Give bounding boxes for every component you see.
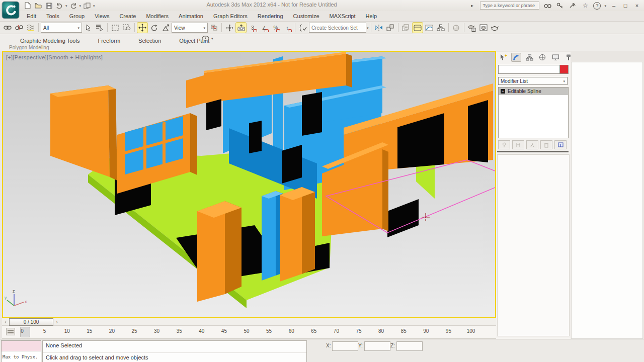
select-and-manipulate-button[interactable] <box>224 22 235 33</box>
reference-coordinate-system-dropdown[interactable]: View▾ <box>172 23 208 33</box>
bind-to-space-warp-button[interactable] <box>25 22 36 33</box>
infocenter-arrow-icon[interactable]: ▸ <box>467 2 476 10</box>
perspective-viewport[interactable]: z y x [+][Perspective][Smooth + Highligh… <box>2 51 496 318</box>
select-by-name-button[interactable] <box>94 22 105 33</box>
ribbon-tab-selection[interactable]: Selection <box>131 36 168 45</box>
maximize-button[interactable]: □ <box>621 2 629 10</box>
maxscript-mini-listener[interactable]: Max to Physx. <box>1 340 41 362</box>
ribbon-tab-graphite-modeling-tools[interactable]: Graphite Modeling Tools <box>13 36 87 45</box>
select-and-link-button[interactable] <box>2 22 13 33</box>
ribbon-tab-freeform[interactable]: Freeform <box>91 36 127 45</box>
remove-modifier-button[interactable] <box>540 140 552 149</box>
next-frame-arrow[interactable]: › <box>53 319 60 325</box>
search-button[interactable] <box>543 2 552 10</box>
angle-snap-toggle[interactable]: ∠ <box>259 22 270 33</box>
align-button[interactable] <box>385 22 396 33</box>
menu-animation[interactable]: Animation <box>174 12 208 20</box>
project-toolbar-button[interactable] <box>83 2 92 10</box>
select-object-button[interactable] <box>83 22 94 33</box>
ribbon-minimize-button[interactable]: ▾ <box>199 35 216 43</box>
tab-modify[interactable] <box>511 53 521 62</box>
minimize-button[interactable]: – <box>610 2 618 10</box>
sign-in-button[interactable] <box>555 2 565 10</box>
modifier-stack[interactable]: + Editable Spline <box>498 87 569 138</box>
selection-filter-dropdown[interactable]: All▾ <box>41 23 82 33</box>
application-menu-button[interactable] <box>2 1 20 19</box>
new-scene-button[interactable] <box>23 2 32 10</box>
undo-button[interactable] <box>55 2 64 10</box>
menu-group[interactable]: Group <box>65 12 90 20</box>
communication-center-button[interactable] <box>568 2 577 10</box>
rendered-frame-window-button[interactable] <box>478 22 489 33</box>
track-bar[interactable]: 0510152025303540455055606570758085909510… <box>2 326 496 339</box>
tab-motion[interactable] <box>537 53 547 62</box>
object-color-swatch[interactable] <box>559 65 569 74</box>
menu-customize[interactable]: Customize <box>289 12 324 20</box>
select-and-rotate-button[interactable] <box>148 22 159 33</box>
mirror-button[interactable] <box>373 22 384 33</box>
named-selection-sets-dropdown[interactable] <box>309 23 366 33</box>
viewport-label[interactable]: [+][Perspective][Smooth + Highlights] <box>6 54 103 60</box>
menu-create[interactable]: Create <box>115 12 140 20</box>
listener-line[interactable]: Max to Physx. <box>2 351 41 362</box>
render-setup-button[interactable] <box>466 22 477 33</box>
menu-graph-editors[interactable]: Graph Editors <box>209 12 252 20</box>
expand-icon[interactable]: + <box>501 89 505 94</box>
infocenter-search-input[interactable] <box>480 2 539 10</box>
unlink-selection-button[interactable] <box>14 22 25 33</box>
previous-frame-arrow[interactable]: ‹ <box>2 319 9 325</box>
save-file-button[interactable] <box>44 2 53 10</box>
percent-snap-toggle[interactable]: % <box>270 22 281 33</box>
open-file-button[interactable] <box>34 2 43 10</box>
help-dropdown-caret[interactable]: ▾ <box>604 4 606 8</box>
menu-help[interactable]: Help <box>361 12 382 20</box>
material-editor-button[interactable] <box>451 22 462 33</box>
close-button[interactable]: × <box>633 2 641 10</box>
tab-create[interactable] <box>498 53 508 62</box>
render-production-button[interactable] <box>490 22 501 33</box>
make-unique-button[interactable] <box>526 140 538 149</box>
schematic-view-button[interactable] <box>435 22 446 33</box>
use-center-flyout[interactable] <box>208 22 219 33</box>
y-coord-field[interactable] <box>364 341 390 351</box>
tab-display[interactable] <box>550 53 560 62</box>
tab-hierarchy[interactable] <box>524 53 534 62</box>
window-crossing-toggle[interactable] <box>121 22 132 33</box>
rectangular-selection-region-button[interactable] <box>110 22 121 33</box>
project-dropdown-caret[interactable]: ▾ <box>93 4 95 8</box>
menu-views[interactable]: Views <box>90 12 114 20</box>
snaps-toggle-3d[interactable]: 3 <box>247 22 258 33</box>
menu-maxscript[interactable]: MAXScript <box>325 12 360 20</box>
x-coord-field[interactable] <box>332 341 358 351</box>
macro-recorder-line[interactable] <box>2 341 41 351</box>
edit-named-selection-sets-button[interactable] <box>297 22 308 33</box>
tab-utilities[interactable] <box>564 53 574 62</box>
menu-edit[interactable]: Edit <box>22 12 41 20</box>
menu-modifiers[interactable]: Modifiers <box>141 12 173 20</box>
mini-curve-editor-button[interactable] <box>6 328 15 335</box>
object-name-field[interactable] <box>498 65 561 74</box>
redo-button[interactable] <box>69 2 78 10</box>
curve-editor-button[interactable] <box>424 22 435 33</box>
configure-modifier-sets-button[interactable] <box>554 140 567 149</box>
menu-tools[interactable]: Tools <box>42 12 64 20</box>
keyboard-shortcut-override-toggle[interactable] <box>235 22 247 33</box>
menu-rendering[interactable]: Rendering <box>253 12 288 20</box>
favorites-button[interactable]: ☆ <box>581 2 590 10</box>
layer-manager-button[interactable] <box>400 22 412 33</box>
graphite-modeling-ribbon-toggle[interactable] <box>412 22 423 33</box>
redo-dropdown-caret[interactable]: ▾ <box>79 4 82 8</box>
time-slider-handle[interactable]: 0 / 100 <box>9 318 53 326</box>
undo-dropdown-caret[interactable]: ▾ <box>65 4 67 8</box>
select-and-scale-button[interactable] <box>160 22 171 33</box>
viewport-canvas[interactable]: z y x <box>3 52 495 317</box>
help-button[interactable]: ? <box>593 2 601 10</box>
stack-item-editable-spline[interactable]: + Editable Spline <box>499 87 568 95</box>
show-end-result-button[interactable] <box>512 140 524 149</box>
select-and-move-button[interactable] <box>137 22 148 33</box>
z-coord-field[interactable] <box>396 341 423 351</box>
polygon-modeling-panel-label[interactable]: Polygon Modeling <box>9 45 49 50</box>
pin-stack-button[interactable] <box>498 140 510 149</box>
modifier-list-dropdown[interactable]: Modifier List ▾ <box>498 77 568 85</box>
spinner-snap-toggle[interactable]: ↕ <box>282 22 293 33</box>
